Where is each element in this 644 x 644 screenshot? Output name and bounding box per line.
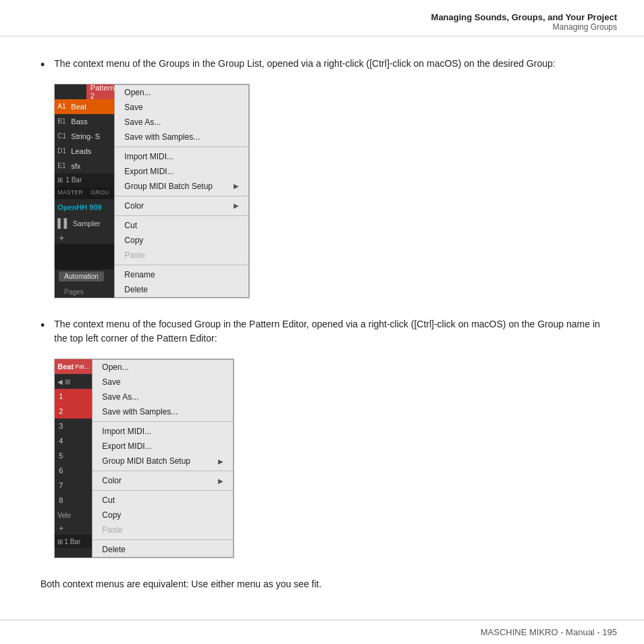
sampler-icon: ▌▌ <box>57 218 70 228</box>
ctx-sep-4 <box>115 265 248 265</box>
ctx-save-as[interactable]: Save As... <box>115 115 248 130</box>
page-content: • The context menu of the Groups in the … <box>0 36 644 612</box>
ctx2-group-midi-batch[interactable]: Group MIDI Batch Setup ▶ <box>92 454 233 468</box>
ctx-import-midi[interactable]: Import MIDI... <box>115 149 248 164</box>
ctx-sep-2 <box>115 196 248 196</box>
group-name-b1: Bass <box>71 117 87 126</box>
ctx2-open[interactable]: Open... <box>92 360 233 375</box>
plus-row[interactable]: + <box>55 232 114 244</box>
ctx2-sep-3 <box>92 490 233 491</box>
ctx-paste-label: Paste <box>124 250 145 260</box>
bullet-section-1: • The context menu of the Groups in the … <box>41 57 603 298</box>
group-letter-b1: B1 <box>57 117 71 125</box>
ctx-sep-1 <box>115 146 248 147</box>
open-hh-row: OpenHH 909 <box>55 199 114 215</box>
grid-icon-2: ⊞ <box>65 378 70 385</box>
plus-row-2[interactable]: + <box>55 522 92 535</box>
page-footer: MASCHINE MIKRO - Manual - 195 <box>0 620 644 644</box>
ctx2-delete[interactable]: Delete <box>92 542 233 557</box>
pattern-header-extra: Pat... <box>75 363 89 370</box>
ctx-rename[interactable]: Rename <box>115 267 248 282</box>
ctx-color[interactable]: Color ▶ <box>115 198 248 213</box>
bullet-paragraph-2: The context menu of the focused Group in… <box>54 317 603 346</box>
ctx-save-as-label: Save As... <box>124 117 161 127</box>
master-label: MASTER <box>55 187 86 199</box>
ctx2-paste-label: Paste <box>102 525 123 535</box>
ctx2-save-as-label: Save As... <box>102 392 138 402</box>
bullet-paragraph-1: The context menu of the Groups in the Gr… <box>54 57 603 72</box>
ctx-save[interactable]: Save <box>115 100 248 115</box>
ctx2-sep-4 <box>92 539 233 540</box>
pattern-icons-row: ◀ ⊞ <box>55 374 92 389</box>
pattern-row-3: 3 <box>55 419 92 433</box>
ctx-rename-label: Rename <box>124 270 155 279</box>
automation-button[interactable]: Automation <box>59 271 104 281</box>
ctx2-save-samples[interactable]: Save with Samples... <box>92 404 233 419</box>
ctx-sep-3 <box>115 215 248 216</box>
pattern-row-8: 8 <box>55 493 92 508</box>
ctx2-group-midi-batch-arrow: ▶ <box>218 458 223 465</box>
ctx2-copy[interactable]: Copy <box>92 508 233 522</box>
pattern-label: Pattern 2 <box>90 84 114 99</box>
ss-header-left <box>55 84 86 99</box>
ctx-cut-label: Cut <box>124 221 137 230</box>
ctx2-delete-label: Delete <box>102 545 126 554</box>
screenshot-1: Pattern 2 A1 Beat B1 Bass C1 String- <box>54 84 250 298</box>
open-hh-text: OpenHH 909 <box>57 203 101 211</box>
group-item-a1[interactable]: A1 Beat <box>55 99 114 114</box>
bullet-text-1: The context menu of the Groups in the Gr… <box>54 57 603 298</box>
section-title: Managing Groups <box>27 22 617 32</box>
ctx-delete[interactable]: Delete <box>115 282 248 297</box>
ctx-copy-label: Copy <box>124 236 143 245</box>
ctx2-save-as[interactable]: Save As... <box>92 390 233 404</box>
bullet-dot-1: • <box>41 58 45 72</box>
speaker-icon: ◀ <box>57 378 63 385</box>
ctx-group-midi-batch-arrow: ▶ <box>234 182 239 190</box>
ctx2-sep-1 <box>92 421 233 422</box>
group-letter-e1: E1 <box>57 162 71 169</box>
ctx-save-samples-label: Save with Samples... <box>124 132 200 142</box>
ctx2-export-midi-label: Export MIDI... <box>102 441 151 451</box>
ctx-open[interactable]: Open... <box>115 85 248 100</box>
ctx-export-midi-label: Export MIDI... <box>124 167 173 176</box>
group-name-e1: sfx <box>71 162 80 170</box>
group-name-d1: Leads <box>71 147 91 155</box>
group-item-b1[interactable]: B1 Bass <box>55 114 114 129</box>
ctx2-import-midi[interactable]: Import MIDI... <box>92 424 233 439</box>
lower-spacer <box>55 244 114 269</box>
ctx2-export-midi[interactable]: Export MIDI... <box>92 439 233 454</box>
ctx-group-midi-batch[interactable]: Group MIDI Batch Setup ▶ <box>115 179 248 194</box>
ctx-export-midi[interactable]: Export MIDI... <box>115 164 248 179</box>
ctx2-paste: Paste <box>92 522 233 537</box>
conclusion-text: Both context menus are equivalent: Use e… <box>41 577 603 592</box>
ctx2-color-arrow: ▶ <box>218 477 223 485</box>
group-letter-a1: A1 <box>57 103 71 110</box>
group-item-c1[interactable]: C1 String- S <box>55 129 114 144</box>
ctx-import-midi-label: Import MIDI... <box>124 152 173 161</box>
ss-header: Pattern 2 <box>55 84 114 99</box>
ctx2-copy-label: Copy <box>102 510 121 520</box>
pattern-header: Beat Pat... <box>55 359 92 374</box>
velo-row: Velo <box>55 508 92 522</box>
group-item-e1[interactable]: E1 sfx <box>55 159 114 173</box>
ctx2-save[interactable]: Save <box>92 375 233 390</box>
ctx2-import-midi-label: Import MIDI... <box>102 427 151 436</box>
bar-row: ⊞ 1 Bar <box>55 173 114 187</box>
ctx-open-label: Open... <box>124 88 151 97</box>
screenshot-2: Beat Pat... ◀ ⊞ 1 2 3 4 5 6 7 <box>54 358 234 558</box>
plus-icon: + <box>59 232 64 243</box>
bar-label-2: 1 Bar <box>64 538 80 545</box>
context-menu-2: Open... Save Save As... Save with Sample… <box>92 359 234 558</box>
ctx2-color-label: Color <box>102 476 122 485</box>
ctx2-color[interactable]: Color ▶ <box>92 473 233 488</box>
ctx2-sep-2 <box>92 471 233 471</box>
group-item-d1[interactable]: D1 Leads <box>55 144 114 159</box>
ctx-cut[interactable]: Cut <box>115 218 248 233</box>
automation-row: Automation <box>55 269 114 284</box>
group-letter-d1: D1 <box>57 147 71 155</box>
ctx-copy[interactable]: Copy <box>115 233 248 248</box>
ctx-color-label: Color <box>124 201 144 211</box>
ctx2-cut[interactable]: Cut <box>92 493 233 508</box>
ctx-save-samples[interactable]: Save with Samples... <box>115 130 248 144</box>
page-header: Managing Sounds, Groups, and Your Projec… <box>0 0 644 36</box>
